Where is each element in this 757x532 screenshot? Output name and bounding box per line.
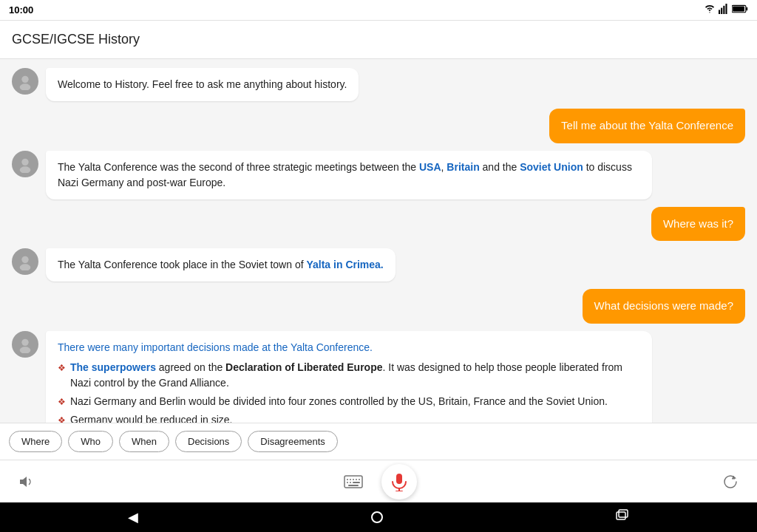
svg-point-13 <box>21 338 28 345</box>
chat-area: Welcome to History. Feel free to ask me … <box>0 59 757 423</box>
decision-list: ❖ The superpowers agreed on the Declarat… <box>58 360 640 423</box>
bubble-user3: What decisions were made? <box>583 289 745 324</box>
welcome-text: Welcome to History. Feel free to ask me … <box>58 78 347 90</box>
svg-point-7 <box>21 76 28 83</box>
svg-point-11 <box>21 256 28 263</box>
bubble-bot2: The Yalta Conference took place in the S… <box>46 248 396 282</box>
chips-bar: Where Who When Decisions Disagreements <box>0 423 757 460</box>
signal-icon <box>719 4 729 16</box>
bubble-user2: Where was it? <box>651 207 745 242</box>
status-time: 10:00 <box>9 4 33 16</box>
bottom-left <box>15 470 38 494</box>
message-user3: What decisions were made? <box>12 289 745 324</box>
decision-text-1: The superpowers agreed on the Declaratio… <box>70 360 640 391</box>
svg-rect-0 <box>719 10 720 14</box>
svg-point-14 <box>20 347 31 353</box>
svg-rect-30 <box>619 510 628 517</box>
volume-button[interactable] <box>15 470 38 494</box>
svg-point-10 <box>20 166 31 173</box>
message-user1: Tell me about the Yalta Conference <box>12 109 745 143</box>
keyboard-button[interactable] <box>340 468 367 495</box>
bot-avatar-3 <box>12 248 38 275</box>
app-title: GCSE/IGCSE History <box>12 32 140 47</box>
highlight-usa: USA <box>419 161 441 173</box>
svg-rect-29 <box>617 512 625 519</box>
bubble-welcome: Welcome to History. Feel free to ask me … <box>46 68 359 101</box>
highlight-declaration: Declaration of Liberated Europe <box>225 361 382 373</box>
bot-avatar-2 <box>12 151 38 177</box>
back-button[interactable]: ◀ <box>128 509 138 525</box>
highlight-superpowers: The superpowers <box>70 361 156 373</box>
mic-button[interactable] <box>381 464 417 499</box>
svg-rect-5 <box>746 7 747 11</box>
bot-avatar-4 <box>12 331 38 358</box>
bubble-bot3: There were many important decisions made… <box>46 331 652 423</box>
chip-where[interactable]: Where <box>9 431 62 452</box>
svg-point-12 <box>20 264 31 270</box>
diamond-icon-3: ❖ <box>58 414 66 423</box>
svg-point-8 <box>20 83 31 90</box>
status-icons <box>704 4 748 16</box>
highlight-britain: Britain <box>447 161 479 173</box>
bottom-bar <box>0 460 757 502</box>
diamond-icon-2: ❖ <box>58 395 66 409</box>
bot-avatar <box>12 68 38 95</box>
decision-item-1: ❖ The superpowers agreed on the Declarat… <box>58 360 640 391</box>
decisions-intro: There were many important decisions made… <box>58 340 640 355</box>
svg-rect-26 <box>396 474 402 484</box>
home-button[interactable] <box>371 511 383 523</box>
bubble-user1: Tell me about the Yalta Conference <box>549 109 745 143</box>
chip-who[interactable]: Who <box>68 431 113 452</box>
bottom-center <box>340 464 417 499</box>
app-bar: GCSE/IGCSE History <box>0 21 757 59</box>
message-user2: Where was it? <box>12 207 745 242</box>
svg-rect-6 <box>733 6 744 11</box>
decision-text-3: Germany would be reduced in size. <box>70 412 232 423</box>
message-bot2: The Yalta Conference took place in the S… <box>12 248 745 282</box>
decision-text-2: Nazi Germany and Berlin would be divided… <box>70 394 608 409</box>
decision-item-2: ❖ Nazi Germany and Berlin would be divid… <box>58 394 640 409</box>
battery-icon <box>732 4 748 16</box>
refresh-button[interactable] <box>719 470 742 494</box>
bubble-bot1: The Yalta Conference was the second of t… <box>46 151 652 200</box>
message-welcome: Welcome to History. Feel free to ask me … <box>12 68 745 101</box>
svg-point-9 <box>21 158 28 165</box>
chip-decisions[interactable]: Decisions <box>175 431 242 452</box>
message-bot3: There were many important decisions made… <box>12 331 745 423</box>
chip-disagreements[interactable]: Disagreements <box>248 431 337 452</box>
recent-button[interactable] <box>616 509 629 526</box>
svg-rect-1 <box>721 8 722 14</box>
diamond-icon-1: ❖ <box>58 361 66 375</box>
svg-rect-2 <box>723 6 724 14</box>
highlight-soviet: Soviet Union <box>520 161 583 173</box>
svg-rect-3 <box>725 4 727 14</box>
message-bot1: The Yalta Conference was the second of t… <box>12 151 745 200</box>
bottom-right <box>719 470 742 494</box>
svg-marker-15 <box>20 477 27 487</box>
decision-item-3: ❖ Germany would be reduced in size. <box>58 412 640 423</box>
wifi-icon <box>704 4 716 16</box>
highlight-crimea: Yalta in Crimea. <box>306 259 383 270</box>
chip-when[interactable]: When <box>119 431 169 452</box>
nav-bar: ◀ <box>0 502 757 532</box>
status-bar: 10:00 <box>0 0 757 21</box>
